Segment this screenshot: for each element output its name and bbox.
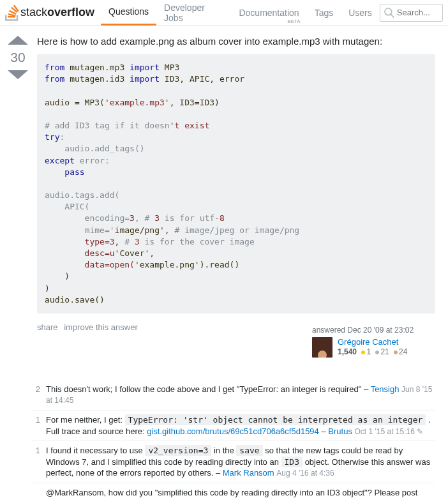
- comment: 2This doesn't work; I follow the code ab…: [31, 380, 435, 411]
- comment-body: I found it necessary to use v2_version=3…: [42, 445, 435, 479]
- code-block: from mutagen.mp3 import MP3 from mutagen…: [37, 54, 435, 313]
- reputation: 1,540 1 21 24: [338, 347, 407, 356]
- user-card: answered Dec 20 '09 at 23:02 Grégoire Ca…: [308, 322, 435, 362]
- comment-score: 2: [31, 384, 42, 406]
- logo[interactable]: stackoverflow: [5, 4, 94, 21]
- silver-badge-icon: [375, 351, 379, 354]
- nav-tags[interactable]: Tags: [307, 0, 341, 26]
- post-body: Here is how to add example.png as album …: [37, 36, 435, 362]
- nav-documentation[interactable]: DocumentationBETA: [231, 0, 306, 26]
- search-input[interactable]: [397, 8, 435, 17]
- answer-text: Here is how to add example.png as album …: [37, 36, 435, 47]
- comment-user-link[interactable]: Mark Ransom: [223, 468, 274, 478]
- vote-score: 30: [10, 50, 25, 65]
- nav-users[interactable]: Users: [341, 0, 380, 26]
- nav: Questions Developer Jobs DocumentationBE…: [101, 0, 380, 26]
- comment-body: @MarkRansom, how did you "simplified thi…: [42, 487, 435, 498]
- comment-user-link[interactable]: Tensigh: [371, 384, 399, 394]
- comments: 2This doesn't work; I follow the code ab…: [31, 380, 448, 498]
- topbar: stackoverflow Questions Developer Jobs D…: [0, 0, 448, 26]
- improve-link[interactable]: improve this answer: [64, 322, 138, 332]
- nav-developer-jobs[interactable]: Developer Jobs: [156, 0, 231, 26]
- comment-user-link[interactable]: Brutus: [328, 426, 352, 436]
- pencil-icon: ✎: [417, 427, 423, 436]
- user-link[interactable]: Grégoire Cachet: [338, 337, 398, 347]
- comment-score: 1: [31, 445, 42, 479]
- comment-body: This doesn't work; I follow the code abo…: [42, 384, 435, 406]
- comment-score: 1: [31, 414, 42, 437]
- inline-code: v2_version=3: [145, 445, 211, 456]
- inline-code: save: [236, 445, 262, 456]
- gold-badge-icon: [361, 351, 365, 354]
- answer: 30 Here is how to add example.png as alb…: [0, 26, 448, 368]
- comment-time: Aug 4 '16 at 4:36: [276, 469, 334, 478]
- comment: 1For me neither, I get: TypeError: 'str'…: [31, 411, 435, 441]
- share-link[interactable]: share: [37, 322, 58, 332]
- avatar[interactable]: [312, 337, 332, 358]
- downvote-button[interactable]: [8, 70, 28, 79]
- answered-time: answered Dec 20 '09 at 23:02: [312, 326, 431, 335]
- search-box[interactable]: [380, 4, 443, 22]
- vote-column: 30: [6, 36, 29, 362]
- search-icon: [384, 8, 394, 18]
- logo-text: stackoverflow: [20, 6, 94, 19]
- comment-body: For me neither, I get: TypeError: 'str' …: [42, 414, 435, 437]
- inline-code: ID3: [281, 456, 302, 467]
- comment: 1I found it necessary to use v2_version=…: [31, 441, 435, 483]
- comment-link[interactable]: gist.github.com/brutus/69c51cd706a6cf5d1…: [147, 426, 319, 436]
- comment-time: Oct 1 '15 at 15:16: [355, 427, 415, 436]
- post-menu: share improve this answer answered Dec 2…: [37, 322, 435, 362]
- nav-questions[interactable]: Questions: [101, 0, 156, 26]
- stackoverflow-icon: [5, 4, 19, 21]
- bronze-badge-icon: [394, 351, 398, 354]
- comment-score: [31, 487, 42, 498]
- comment: @MarkRansom, how did you "simplified thi…: [31, 483, 435, 498]
- upvote-button[interactable]: [8, 36, 28, 45]
- inline-code: TypeError: 'str' object cannot be interp…: [125, 414, 426, 425]
